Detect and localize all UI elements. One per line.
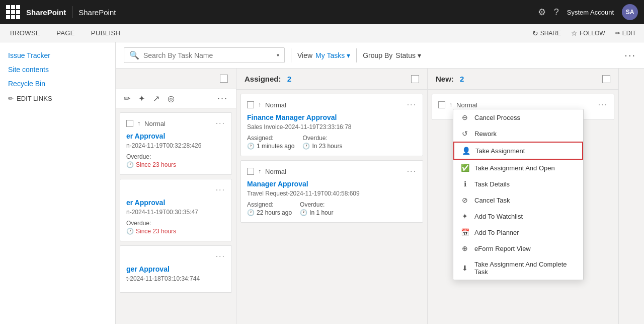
priority-icon: ↑ (258, 101, 261, 108)
card-title[interactable]: er Approval (126, 132, 225, 140)
assigned-meta-label: Assigned: (247, 201, 292, 208)
context-menu-add-watchlist[interactable]: ✦ Add To Watchlist (453, 208, 583, 224)
waffle-icon[interactable] (6, 5, 20, 19)
meta-overdue: Overdue: 🕐 In 23 hours (302, 135, 342, 150)
add-planner-label: Add To Planner (474, 229, 519, 236)
view-label: View (297, 51, 312, 59)
column-new: New: 2 ↑ Normal ··· (428, 69, 619, 324)
card-top: ··· (126, 185, 225, 195)
card-meta: Assigned: 🕐 22 hours ago Overdue: 🕐 (247, 201, 417, 216)
tag-tool-icon[interactable]: ◎ (168, 94, 175, 103)
context-menu-take-assignment-open[interactable]: ✅ Take Assignment And Open (453, 160, 583, 176)
card-more-button[interactable]: ··· (407, 100, 417, 109)
edit-icon: ✏ (615, 30, 620, 37)
assigned-meta-value: 🕐 1 minutes ago (247, 143, 294, 150)
partial-col-more[interactable]: ··· (217, 93, 228, 104)
context-menu-take-complete[interactable]: ⬇ Take Assignment And Complete Task (453, 256, 583, 280)
overdue-value: 🕐 Since 23 hours (126, 228, 176, 235)
groupby-section: Group By Status ▾ (363, 51, 421, 59)
context-menu-eform-report[interactable]: ⊕ eForm Report View (453, 240, 583, 256)
card-checkbox[interactable] (126, 120, 133, 127)
assigned-cards: ↑ Normal ··· Finance Manager Approval Sa… (236, 90, 427, 324)
topbar-divider (72, 6, 72, 18)
context-menu-task-details[interactable]: ℹ Task Details (453, 176, 583, 192)
overdue-label: Overdue: (302, 135, 342, 142)
clock-icon: 🕐 (126, 161, 134, 168)
priority-icon: ↑ (137, 120, 140, 127)
toolbar-more-button[interactable]: ··· (624, 49, 636, 61)
follow-icon: ☆ (571, 29, 578, 37)
take-complete-label: Take Assignment And Complete Task (474, 261, 576, 276)
cancel-task-icon: ⊘ (460, 196, 469, 204)
eform-report-icon: ⊕ (460, 244, 469, 252)
card-checkbox[interactable] (247, 101, 254, 108)
new-select-all-checkbox[interactable] (602, 75, 610, 83)
export-tool-icon[interactable]: ↗ (153, 94, 159, 103)
sidebar-item-recycle-bin[interactable]: Recycle Bin (0, 77, 115, 91)
cancel-process-icon: ⊖ (460, 113, 469, 121)
context-menu-rework[interactable]: ↺ Rework (453, 125, 583, 142)
card-title[interactable]: ger Approval (126, 265, 225, 273)
tab-page[interactable]: PAGE (54, 25, 77, 41)
groupby-dropdown[interactable]: Status ▾ (395, 51, 421, 59)
assigned-column-count: 2 (287, 75, 291, 83)
edit-links-button[interactable]: ✏ EDIT LINKS (0, 91, 115, 106)
assigned-select-all-checkbox[interactable] (411, 75, 419, 83)
card-checkbox[interactable] (438, 101, 445, 108)
tab-browse[interactable]: BROWSE (8, 25, 42, 41)
edit-tool-icon[interactable]: ✏ (124, 94, 130, 103)
task-details-icon: ℹ (460, 180, 469, 188)
sidebar-item-issue-tracker[interactable]: Issue Tracker (0, 48, 115, 62)
settings-icon[interactable]: ⚙ (538, 7, 546, 18)
card-top: ↑ Normal ··· (126, 119, 225, 128)
avatar[interactable]: SA (622, 4, 638, 20)
card-more-button[interactable]: ··· (407, 167, 417, 176)
ribbon-actions: ↻ SHARE ☆ FOLLOW ✏ EDIT (532, 29, 636, 37)
site-name[interactable]: SharePoint (78, 8, 116, 17)
sidebar-item-site-contents[interactable]: Site contents (0, 62, 115, 77)
card-meta: Overdue: 🕐 Since 23 hours (126, 220, 225, 235)
card-checkbox[interactable] (247, 168, 254, 175)
edit-button[interactable]: ✏ EDIT (615, 30, 636, 37)
help-icon[interactable]: ? (554, 7, 559, 18)
card-title[interactable]: Finance Manager Approval (247, 113, 417, 121)
partial-select-all-checkbox[interactable] (220, 75, 228, 83)
card-more-button[interactable]: ··· (216, 252, 225, 261)
context-menu-cancel-process[interactable]: ⊖ Cancel Process (453, 109, 583, 125)
follow-button[interactable]: ☆ FOLLOW (571, 29, 605, 37)
tab-publish[interactable]: PUBLISH (89, 25, 122, 41)
view-section: View My Tasks ▾ (297, 51, 350, 59)
context-menu-cancel-task[interactable]: ⊘ Cancel Task (453, 192, 583, 208)
card: ··· ger Approval t-2024-11-18T03:10:34:7… (120, 245, 232, 293)
card-title[interactable]: er Approval (126, 199, 225, 207)
clock-icon: 🕐 (126, 228, 134, 235)
card-more-button[interactable]: ··· (216, 119, 225, 128)
partial-column-toolbar: ✏ ✦ ↗ ◎ ··· (116, 89, 236, 108)
board: ✏ ✦ ↗ ◎ ··· ↑ Normal ··· (116, 69, 644, 324)
brand-name[interactable]: SharePoint (26, 8, 66, 17)
assigned-meta-value: 🕐 22 hours ago (247, 209, 292, 216)
eform-report-label: eForm Report View (474, 245, 531, 252)
overdue-label: Overdue: (300, 201, 333, 208)
context-menu-add-planner[interactable]: 📅 Add To Planner (453, 224, 583, 240)
column-partial: ✏ ✦ ↗ ◎ ··· ↑ Normal ··· (116, 69, 236, 324)
card-more-button[interactable]: ··· (598, 100, 608, 109)
topbar: SharePoint SharePoint ⚙ ? System Account… (0, 0, 644, 24)
context-menu: ⊖ Cancel Process ↺ Rework 👤 Take Assignm… (453, 109, 584, 280)
toolbar: 🔍 ▾ View My Tasks ▾ Group By Status ▾ (116, 42, 644, 69)
priority-icon: ↑ (449, 101, 452, 108)
sparkle-tool-icon[interactable]: ✦ (138, 94, 145, 103)
groupby-chevron-icon: ▾ (418, 51, 421, 59)
view-dropdown[interactable]: My Tasks ▾ (315, 51, 350, 59)
search-dropdown-icon[interactable]: ▾ (277, 52, 279, 58)
card-more-button[interactable]: ··· (216, 185, 225, 195)
search-input[interactable] (143, 51, 273, 59)
card-subtitle: t-2024-11-18T03:10:34:744 (126, 275, 225, 282)
overdue-label: Overdue: (126, 220, 176, 227)
card-subtitle: Sales Invoice-2024-11-19T23:33:16:78 (247, 123, 417, 131)
rework-label: Rework (474, 130, 497, 138)
share-button[interactable]: ↻ SHARE (532, 29, 561, 37)
context-menu-take-assignment[interactable]: 👤 Take Assignment (453, 142, 583, 160)
card-title[interactable]: Manager Approval (247, 180, 417, 188)
search-box[interactable]: 🔍 ▾ (124, 47, 285, 63)
